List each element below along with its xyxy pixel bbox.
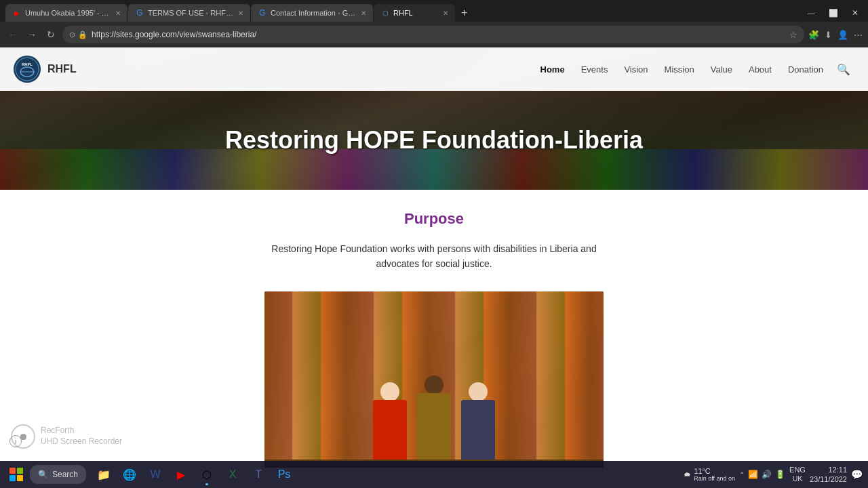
tray-up-icon[interactable]: ⌃ (739, 471, 745, 479)
recforth-text: RecForth UHD Screen Recorder (41, 426, 122, 447)
photoshop-icon: Ps (278, 468, 291, 481)
lang-region: UK (789, 474, 806, 483)
tab-label-youtube: Umuhu Okabia 1995' - YouTube (25, 9, 112, 17)
recforth-subtitle: UHD Screen Recorder (41, 436, 122, 447)
weather-description: Rain off and on (694, 475, 735, 482)
weather-widget[interactable]: 🌧 11°C Rain off and on (684, 467, 735, 482)
taskbar-app-youtube[interactable]: ▶ (169, 462, 193, 487)
nav-donation[interactable]: Donation (781, 60, 830, 79)
excel-icon: X (229, 468, 237, 481)
lock-icon: 🔒 (78, 30, 87, 39)
nav-mission[interactable]: Mission (658, 60, 701, 79)
address-bar[interactable]: ⊙ 🔒 ☆ (62, 26, 804, 43)
address-security-icons: ⊙ 🔒 (69, 30, 87, 39)
minimize-button[interactable]: — (801, 4, 822, 22)
site-logo-area: RHFL RHFL (14, 56, 77, 83)
settings-icon[interactable]: ⋯ (854, 30, 863, 40)
taskbar-apps: 📁 🌐 W ▶ ⬡ X T Ps (92, 462, 296, 487)
taskbar-app-photoshop[interactable]: Ps (272, 462, 296, 487)
search-label: Search (52, 470, 78, 479)
taskbar-app-explorer[interactable]: 📁 (92, 462, 116, 487)
chrome-icon: ⬡ (202, 468, 212, 481)
back-button[interactable]: ← (5, 27, 20, 42)
tab-favicon-contact: G (258, 8, 267, 18)
tab-favicon-rhfl: ⬡ (380, 8, 390, 18)
tab-label-terms: TERMS OF USE - RHFL - Googl... (148, 9, 235, 17)
search-icon: 🔍 (38, 470, 48, 479)
taskbar-search[interactable]: 🔍 Search (30, 465, 86, 484)
battery-icon[interactable]: 🔋 (775, 470, 785, 479)
nav-vision[interactable]: Vision (617, 60, 654, 79)
new-tab-button[interactable]: + (456, 4, 473, 22)
purpose-section: Purpose Restoring Hope Foundation works … (0, 190, 868, 302)
tab-close-youtube[interactable]: ✕ (115, 9, 121, 17)
tab-rhfl[interactable]: ⬡ RHFL ✕ (374, 4, 455, 22)
recforth-watermark: ⏺ RecForth UHD Screen Recorder (11, 424, 122, 449)
taskbar-app-word[interactable]: W (143, 462, 167, 487)
tab-close-contact[interactable]: ✕ (361, 9, 366, 17)
system-tray: ⌃ 📶 🔊 🔋 (739, 470, 785, 479)
svg-text:RHFL: RHFL (22, 62, 33, 66)
tab-bar: ▶ Umuhu Okabia 1995' - YouTube ✕ G TERMS… (0, 0, 868, 22)
info-icon[interactable]: i (9, 435, 22, 447)
notifications-icon[interactable]: 💬 (851, 469, 863, 480)
youtube-icon: ▶ (177, 468, 185, 481)
location-icon: ⊙ (69, 30, 75, 39)
taskbar-time[interactable]: 12:11 23/11/2022 (810, 465, 847, 485)
word-icon: W (150, 468, 160, 481)
site-logo: RHFL (14, 56, 41, 83)
time-display: 12:11 (810, 465, 847, 474)
nav-about[interactable]: About (742, 60, 778, 79)
nav-events[interactable]: Events (574, 60, 615, 79)
teams-icon: T (255, 468, 262, 481)
taskbar-app-teams[interactable]: T (246, 462, 271, 487)
nav-value[interactable]: Value (704, 60, 739, 79)
volume-icon[interactable]: 🔊 (762, 470, 772, 479)
windows-logo-icon (9, 468, 23, 481)
site-name: RHFL (47, 63, 77, 75)
taskbar-app-edge[interactable]: 🌐 (117, 462, 142, 487)
site-navigation: Home Events Vision Mission Value About D… (534, 59, 854, 80)
tab-close-terms[interactable]: ✕ (238, 9, 243, 17)
purpose-text: Restoring Hope Foundation works with per… (271, 241, 596, 272)
bookmark-star-icon[interactable]: ☆ (789, 30, 797, 40)
network-icon[interactable]: 📶 (748, 470, 758, 479)
search-button[interactable]: 🔍 (833, 59, 854, 80)
tab-youtube[interactable]: ▶ Umuhu Okabia 1995' - YouTube ✕ (5, 4, 127, 22)
forward-button[interactable]: → (24, 27, 39, 42)
profile-icon[interactable]: 👤 (837, 30, 848, 40)
taskbar: 🔍 Search 📁 🌐 W ▶ ⬡ X T Ps 🌧 (0, 461, 868, 488)
url-input[interactable] (92, 30, 785, 39)
weather-icon: 🌧 (684, 470, 691, 479)
restore-button[interactable]: ⬜ (822, 4, 845, 22)
photo-area (264, 291, 604, 468)
tab-favicon-youtube: ▶ (12, 8, 22, 18)
taskbar-right: 🌧 11°C Rain off and on ⌃ 📶 🔊 🔋 ENG UK 12… (684, 465, 863, 485)
tab-favicon-terms: G (135, 8, 144, 18)
taskbar-app-chrome[interactable]: ⬡ (195, 462, 219, 487)
close-button[interactable]: ✕ (845, 4, 865, 22)
lang-code: ENG (789, 466, 806, 474)
tab-label-rhfl: RHFL (393, 9, 413, 17)
date-display: 23/11/2022 (810, 474, 847, 484)
taskbar-app-excel[interactable]: X (220, 462, 245, 487)
photo-placeholder (264, 291, 604, 468)
site-header: RHFL RHFL Home Events Vision Mission Val… (0, 47, 868, 91)
nav-home[interactable]: Home (534, 60, 572, 79)
browser-toolbar-icons: 🧩 ⬇ 👤 ⋯ (808, 30, 863, 40)
downloads-icon[interactable]: ⬇ (825, 30, 832, 40)
purpose-heading: Purpose (404, 210, 464, 228)
tab-terms[interactable]: G TERMS OF USE - RHFL - Googl... ✕ (128, 4, 250, 22)
tab-close-rhfl[interactable]: ✕ (443, 9, 448, 17)
address-bar-row: ← → ↻ ⊙ 🔒 ☆ 🧩 ⬇ 👤 ⋯ (0, 22, 868, 47)
tab-contact[interactable]: G Contact Information - Googl... ✕ (251, 4, 373, 22)
tab-label-contact: Contact Information - Googl... (271, 9, 357, 17)
extensions-icon[interactable]: 🧩 (808, 30, 819, 40)
svg-point-0 (16, 58, 39, 81)
refresh-button[interactable]: ↻ (43, 27, 58, 42)
recforth-title: RecForth (41, 426, 122, 436)
hero-title: Restoring HOPE Foundation-Liberia (225, 126, 643, 155)
browser-chrome: ▶ Umuhu Okabia 1995' - YouTube ✕ G TERMS… (0, 0, 868, 47)
start-button[interactable] (5, 465, 27, 484)
language-indicator[interactable]: ENG UK (789, 466, 806, 483)
